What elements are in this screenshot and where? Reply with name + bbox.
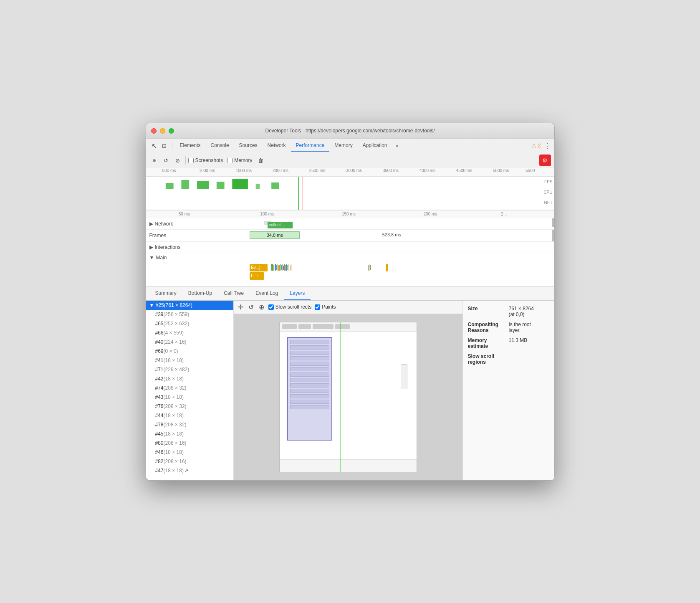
- delete-button[interactable]: 🗑: [256, 155, 266, 165]
- tab-more[interactable]: »: [392, 141, 402, 150]
- main-track-content[interactable]: Ev...) F...I: [196, 253, 554, 286]
- ruler-mark-1500: 1500 ms: [236, 168, 252, 173]
- tab-call-tree[interactable]: Call Tree: [218, 287, 250, 300]
- info-panel: Size 761 × 8264(at 0,0) CompositingReaso…: [462, 301, 554, 480]
- pan-tool-btn[interactable]: ✛: [237, 302, 244, 312]
- toolbar-controls: ● ↺ ⊘: [149, 155, 183, 165]
- layer-item-80[interactable]: #80(208 × 16): [146, 438, 233, 448]
- layer-item-71[interactable]: #71(229 × 482): [146, 365, 233, 374]
- layer-item-root[interactable]: ▼ #25(761 × 8264): [146, 301, 233, 310]
- tab-memory[interactable]: Memory: [329, 140, 357, 152]
- tab-sources[interactable]: Sources: [234, 140, 263, 152]
- dock-btn[interactable]: ⊡: [159, 141, 169, 151]
- warning-icon: ⚠: [532, 143, 536, 149]
- reload-button[interactable]: ↺: [161, 155, 171, 165]
- paints-checkbox[interactable]: Paints: [315, 304, 336, 310]
- layer-item-39[interactable]: #39(256 × 559): [146, 310, 233, 319]
- interactions-collapse-icon[interactable]: ▶: [149, 244, 153, 250]
- canvas-viewport[interactable]: [234, 314, 462, 480]
- network-collapse-icon[interactable]: ▶: [149, 221, 153, 227]
- network-scrollbar-thumb[interactable]: [552, 218, 554, 227]
- svg-rect-23: [288, 264, 288, 271]
- detail-ruler: 50 ms 100 ms 150 ms 200 ms 2...: [146, 210, 554, 218]
- memory-check[interactable]: [227, 158, 232, 163]
- layer-item-78[interactable]: #78(208 × 32): [146, 420, 233, 429]
- close-button[interactable]: [151, 128, 157, 134]
- svg-rect-11: [275, 264, 276, 271]
- layer-item-40[interactable]: #40(224 × 16): [146, 337, 233, 347]
- kebab-menu[interactable]: ⋮: [544, 142, 551, 150]
- layer-item-74[interactable]: #74(208 × 32): [146, 383, 233, 393]
- interactions-track-name: Interactions: [155, 244, 181, 250]
- minimize-button[interactable]: [160, 128, 165, 134]
- paints-check[interactable]: [315, 304, 320, 310]
- rotate-tool-btn[interactable]: ↺: [248, 302, 255, 312]
- screenshots-checkbox[interactable]: Screenshots: [188, 157, 223, 163]
- tab-console[interactable]: Console: [206, 140, 234, 152]
- layer-item-47[interactable]: #47(18 × 18): [146, 466, 233, 475]
- preview-tab-3: [313, 324, 334, 329]
- tab-performance[interactable]: Performance: [291, 140, 330, 152]
- svg-rect-12: [276, 265, 277, 270]
- selection-start-line: [298, 177, 299, 210]
- tab-bottom-up[interactable]: Bottom-Up: [182, 287, 218, 300]
- tab-elements[interactable]: Elements: [175, 140, 206, 152]
- ruler-mark-5500: 5500: [526, 168, 535, 173]
- slow-scroll-check[interactable]: [268, 304, 274, 310]
- timeline-overview-area[interactable]: 500 ms 1000 ms 1500 ms 2000 ms 2500 ms 3…: [146, 168, 554, 210]
- layer-item-65[interactable]: #65(252 × 632): [146, 319, 233, 328]
- warning-badge[interactable]: ⚠ 2: [532, 143, 541, 149]
- frames-track: Frames 34.8 ms 523.8 ms: [146, 230, 554, 242]
- svg-rect-20: [285, 265, 286, 271]
- reset-tool-btn[interactable]: ⊕: [258, 302, 265, 312]
- layer-item-46[interactable]: #46(18 × 18): [146, 448, 233, 457]
- detail-mark-200: 200 ms: [424, 212, 437, 216]
- settings-button[interactable]: ⚙: [539, 155, 551, 166]
- ruler-mark-2000: 2000 ms: [273, 168, 288, 173]
- slow-scroll-checkbox[interactable]: Slow scroll rects: [268, 304, 312, 310]
- layer-item-66[interactable]: #66(4 × 559): [146, 328, 233, 337]
- network-track-name: Network: [155, 221, 173, 227]
- record-button[interactable]: ●: [149, 155, 159, 165]
- tab-network[interactable]: Network: [263, 140, 291, 152]
- preview-tab-1: [282, 324, 297, 329]
- tab-summary[interactable]: Summary: [149, 287, 182, 300]
- tab-event-log[interactable]: Event Log: [250, 287, 284, 300]
- slow-scroll-label: Slow scroll rects: [275, 304, 312, 310]
- preview-header: [280, 322, 417, 332]
- screenshots-check[interactable]: [188, 158, 194, 163]
- layer-item-45[interactable]: #45(18 × 18): [146, 429, 233, 438]
- separator: [172, 142, 172, 150]
- interactions-track-content[interactable]: [196, 242, 554, 253]
- layer-item-76[interactable]: #76(208 × 32): [146, 402, 233, 411]
- main-label: ▼ Main: [146, 253, 196, 262]
- detail-mark-100: 100 ms: [260, 212, 274, 216]
- tab-layers[interactable]: Layers: [284, 287, 311, 300]
- svg-rect-15: [280, 264, 281, 271]
- scroll-thumb[interactable]: [552, 218, 554, 227]
- cursor-tool-btn[interactable]: ↖: [149, 141, 159, 151]
- svg-rect-16: [281, 265, 282, 270]
- layer-item-42[interactable]: #42(18 × 18): [146, 374, 233, 383]
- layer-item-82[interactable]: #82(208 × 16): [146, 457, 233, 466]
- layer-item-43[interactable]: #43(18 × 18): [146, 393, 233, 402]
- preview-scrollbar: [401, 364, 407, 389]
- frames-scroll-thumb[interactable]: [552, 230, 554, 241]
- clear-button[interactable]: ⊘: [173, 155, 183, 165]
- tab-application[interactable]: Application: [358, 140, 392, 152]
- maximize-button[interactable]: [169, 128, 174, 134]
- layer-item-69[interactable]: #69(0 × 0): [146, 347, 233, 356]
- performance-toolbar: ● ↺ ⊘ Screenshots Memory 🗑 ⚙: [146, 153, 554, 168]
- ruler-mark-5000: 5000 ms: [493, 168, 509, 173]
- interactions-label: ▶ Interactions: [146, 243, 196, 252]
- layer-item-44[interactable]: #44(18 × 18): [146, 411, 233, 420]
- main-collapse-icon[interactable]: ▼: [149, 255, 154, 261]
- ruler-mark-2500: 2500 ms: [309, 168, 325, 173]
- frames-track-content[interactable]: 34.8 ms 523.8 ms: [196, 230, 554, 241]
- layer-item-41[interactable]: #41(18 × 18): [146, 356, 233, 365]
- network-track-content[interactable]: collect ...: [196, 218, 554, 229]
- svg-rect-22: [287, 265, 288, 270]
- memory-info-row: Memoryestimate 11.3 MB: [468, 337, 549, 349]
- memory-checkbox[interactable]: Memory: [227, 157, 252, 163]
- network-track: ▶ Network collect ...: [146, 218, 554, 230]
